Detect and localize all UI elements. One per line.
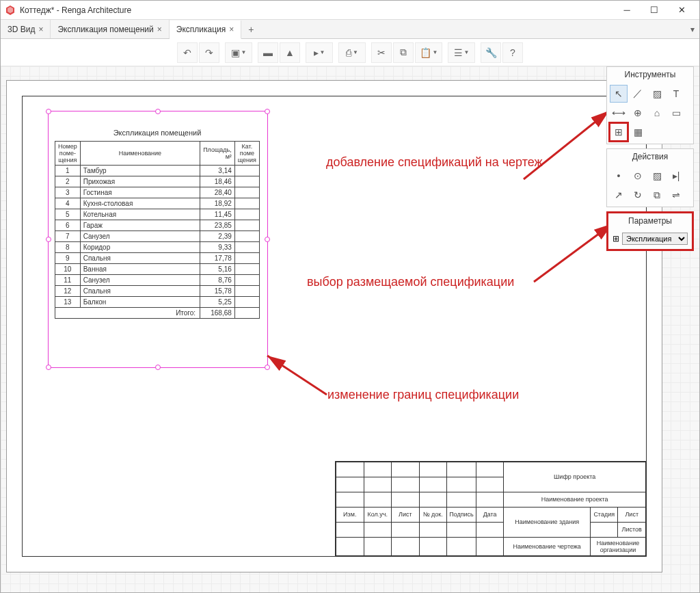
- tb-col-koluch: Кол.уч.: [364, 507, 392, 522]
- help-button[interactable]: ?: [502, 42, 523, 63]
- close-tab-icon[interactable]: ×: [157, 25, 162, 34]
- tool-insert-spec[interactable]: ⊞: [610, 123, 628, 141]
- param-spec-icon: ⊞: [612, 234, 619, 243]
- tb-sheet: Лист: [618, 507, 646, 522]
- resize-handle-ml[interactable]: [46, 237, 51, 242]
- close-tab-icon[interactable]: ×: [38, 25, 43, 34]
- action-end[interactable]: ▸|: [667, 167, 685, 185]
- tool-text[interactable]: T: [667, 85, 685, 103]
- tab-label: 3D Вид: [8, 25, 35, 34]
- arrow-add-spec: [520, 107, 619, 183]
- app-logo-icon: [5, 5, 16, 16]
- svg-line-2: [267, 356, 327, 395]
- close-tab-icon[interactable]: ×: [229, 25, 234, 34]
- maximize-button[interactable]: ☐: [641, 1, 668, 20]
- tb-stage: Стадия: [590, 507, 618, 522]
- action-mirror[interactable]: ⇌: [667, 186, 685, 204]
- tab-label: Экспликация помещений: [57, 25, 153, 34]
- side-panels: Инструменты ↖ ／ ▨ T ⟷ ⊕ ⌂ ▭ ⊞ ▦ Действия…: [606, 66, 694, 251]
- undo-button[interactable]: ↶: [177, 42, 198, 63]
- tb-col-list: Лист: [392, 507, 420, 522]
- titlebar: Коттедж* - Renga Architecture ─ ☐ ✕: [1, 1, 699, 20]
- svg-line-1: [534, 224, 612, 282]
- panel-actions-title: Действия: [607, 149, 693, 164]
- tb-project-name: Наименование проекта: [504, 492, 646, 507]
- tool-select[interactable]: ↖: [610, 85, 628, 103]
- tool-dimension[interactable]: ⟷: [610, 104, 628, 122]
- annotation-add-spec: добавление спецификаций на чертеж: [326, 155, 572, 170]
- tool-axis[interactable]: ⊕: [629, 104, 647, 122]
- tb-building: Наименование здания: [504, 507, 591, 537]
- tab-menu-button[interactable]: ▾: [686, 20, 699, 38]
- redo-button[interactable]: ↷: [199, 42, 219, 63]
- save-button[interactable]: ▲: [280, 42, 300, 63]
- resize-handle-bl[interactable]: [46, 365, 51, 370]
- print-button[interactable]: ⎙▼: [338, 42, 366, 63]
- main-toolbar: ↶ ↷ ▣▼ ▬ ▲ ▸▼ ⎙▼ ✂ ⧉ 📋▼ ☰▼ 🔧 ?: [1, 39, 699, 66]
- action-node[interactable]: ⊙: [629, 167, 647, 185]
- close-button[interactable]: ✕: [668, 1, 695, 20]
- panel-tools: Инструменты ↖ ／ ▨ T ⟷ ⊕ ⌂ ▭ ⊞ ▦: [606, 66, 694, 144]
- open-button[interactable]: ▬: [258, 42, 278, 63]
- copy-button[interactable]: ⧉: [393, 42, 414, 63]
- settings-button[interactable]: 🔧: [481, 42, 501, 63]
- resize-handle-tl[interactable]: [46, 109, 51, 114]
- canvas[interactable]: Экспликация помещений Номер поме-щения Н…: [1, 66, 699, 592]
- panel-parameters: Параметры ⊞ Экспликация: [606, 211, 694, 251]
- resize-handle-tr[interactable]: [265, 109, 270, 114]
- panel-actions: Действия • ⊙ ▨ ▸| ↗ ↻ ⧉ ⇌: [606, 148, 694, 207]
- cut-button[interactable]: ✂: [371, 42, 392, 63]
- tb-col-data: Дата: [476, 507, 504, 522]
- tab-label: Экспликация: [176, 25, 226, 34]
- selection-box[interactable]: [48, 111, 268, 368]
- tb-col-podpis: Подпись: [447, 507, 476, 522]
- project-manager-button[interactable]: ▣▼: [225, 42, 252, 63]
- titleblock: Шифр проекта Наименование проекта Изм. К…: [335, 461, 647, 557]
- tab-explication[interactable]: Экспликация×: [170, 21, 242, 39]
- panel-params-title: Параметры: [608, 213, 692, 228]
- annotation-resize: изменение границ спецификации: [327, 388, 519, 402]
- tb-drawing: Наименование чертежа: [504, 537, 591, 555]
- action-move[interactable]: ↗: [610, 186, 628, 204]
- paste-button[interactable]: 📋▼: [415, 42, 442, 63]
- resize-handle-mr[interactable]: [265, 237, 270, 242]
- tool-hatch[interactable]: ▨: [648, 85, 666, 103]
- tab-3d-view[interactable]: 3D Вид×: [1, 20, 51, 38]
- tb-sheets: Листов: [618, 522, 646, 537]
- action-point[interactable]: •: [610, 167, 628, 185]
- annotation-select-spec: выбор размещаемой спецификации: [307, 275, 514, 289]
- tool-label[interactable]: ▭: [667, 104, 685, 122]
- resize-handle-tm[interactable]: [155, 109, 161, 114]
- tab-bar: 3D Вид× Экспликация помещений× Экспликац…: [1, 20, 699, 39]
- tb-org: Наименование организации: [590, 537, 645, 555]
- arrow-resize: [262, 350, 330, 398]
- workspace: Экспликация помещений Номер поме-щения Н…: [1, 66, 699, 592]
- tb-col-izm: Изм.: [336, 507, 364, 522]
- tool-line[interactable]: ／: [629, 85, 647, 103]
- param-spec-select[interactable]: Экспликация: [622, 233, 688, 245]
- panel-tools-title: Инструменты: [607, 67, 693, 82]
- action-snap[interactable]: ▨: [648, 167, 666, 185]
- action-copy[interactable]: ⧉: [648, 186, 666, 204]
- tb-project-code: Шифр проекта: [504, 462, 646, 492]
- new-tab-button[interactable]: +: [241, 20, 260, 38]
- tb-col-ndok: № док.: [419, 507, 447, 522]
- export-button[interactable]: ▸▼: [306, 42, 333, 63]
- resize-handle-bm[interactable]: [155, 365, 161, 370]
- tool-table[interactable]: ▦: [629, 123, 647, 141]
- tool-elevation[interactable]: ⌂: [648, 104, 666, 122]
- minimize-button[interactable]: ─: [613, 1, 641, 20]
- view-button[interactable]: ☰▼: [448, 42, 475, 63]
- window-title: Коттедж* - Renga Architecture: [20, 5, 613, 15]
- action-rotate[interactable]: ↻: [629, 186, 647, 204]
- tab-room-explication[interactable]: Экспликация помещений×: [51, 20, 169, 38]
- app-window: Коттедж* - Renga Architecture ─ ☐ ✕ 3D В…: [0, 0, 700, 593]
